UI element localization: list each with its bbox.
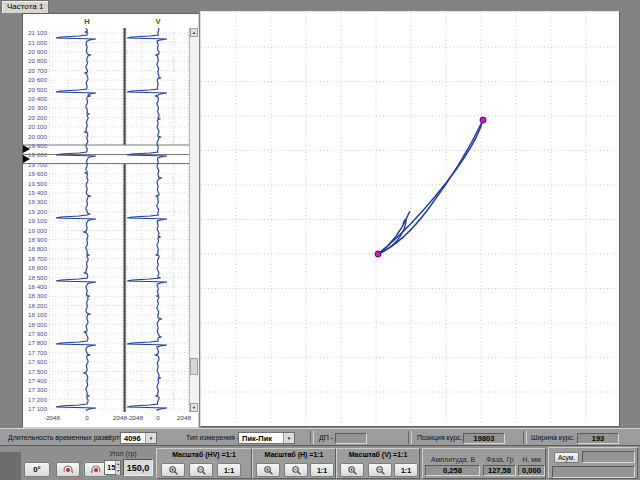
svg-text:19 600: 19 600: [28, 170, 47, 177]
angle-label: Угол (гр): [98, 450, 148, 457]
svg-text:20 000: 20 000: [28, 133, 47, 140]
divider: [310, 431, 314, 444]
svg-text:17 400: 17 400: [28, 377, 47, 384]
svg-text:20 600: 20 600: [28, 76, 47, 83]
strip-scrollbar[interactable]: ▲ ▼: [189, 28, 199, 412]
amplitude-label: Амплитуда, В: [425, 456, 481, 463]
svg-text:21 000: 21 000: [28, 39, 47, 46]
corner-panel: [0, 452, 21, 480]
zoom-out-hv-button[interactable]: [189, 463, 213, 477]
dp-field[interactable]: [335, 433, 367, 444]
angle-step-spinner[interactable]: 15 ▲ ▼: [104, 460, 121, 475]
cursor-top-handle-icon[interactable]: [23, 145, 30, 153]
svg-text:18 100: 18 100: [28, 311, 47, 318]
tab-frequency-1[interactable]: Частота 1: [1, 0, 49, 13]
svg-text:V: V: [155, 17, 160, 26]
chevron-down-icon[interactable]: ▼: [283, 433, 294, 443]
magnifier-minus-icon: [375, 465, 386, 476]
svg-text:19 300: 19 300: [28, 198, 47, 205]
scale-v-title: Масштаб (V) =1:1: [337, 451, 419, 458]
h-mm-field: 0,000: [518, 465, 545, 476]
asym-button[interactable]: Асум.: [554, 452, 579, 463]
xy-plot-chart: [201, 12, 617, 424]
divider: [523, 431, 527, 444]
svg-text:18 000: 18 000: [28, 321, 47, 328]
toolbar: 0° Угол (гр) 15 ▲ ▼ 150,0: [0, 446, 640, 480]
svg-text:17 100: 17 100: [28, 405, 47, 412]
zoom-in-h-button[interactable]: [256, 463, 280, 477]
duration-label: Длительность временных развёрток -: [8, 434, 130, 441]
measure-type-combo[interactable]: Пик-Пик ▼: [238, 432, 295, 444]
magnifier-plus-icon: [347, 465, 358, 476]
cursor-width-field[interactable]: 193: [577, 433, 619, 444]
svg-text:17 200: 17 200: [28, 396, 47, 403]
svg-text:17 900: 17 900: [28, 330, 47, 337]
svg-text:18 900: 18 900: [28, 236, 47, 243]
svg-text:19 200: 19 200: [28, 208, 47, 215]
duration-combo[interactable]: 4096 ▼: [120, 432, 157, 444]
timebase-strip-chart: 21 10021 00020 90020 80020 70020 60020 5…: [23, 14, 198, 427]
xy-plot-panel[interactable]: [200, 11, 620, 427]
svg-text:H: H: [84, 17, 89, 26]
phase-label: Фаза, Гр: [483, 456, 517, 463]
svg-text:18 700: 18 700: [28, 255, 47, 262]
asym-field-1: [582, 451, 635, 463]
svg-text:18 200: 18 200: [28, 302, 47, 309]
svg-text:-2048: -2048: [127, 414, 143, 421]
svg-text:19 000: 19 000: [28, 227, 47, 234]
cursor-position-label: Позиция курс. -: [417, 434, 467, 441]
svg-text:17 300: 17 300: [28, 386, 47, 393]
chevron-down-icon[interactable]: ▼: [145, 433, 156, 443]
scale-hv-1to1-button[interactable]: 1:1: [217, 463, 241, 477]
scale-h-1to1-button[interactable]: 1:1: [310, 463, 334, 477]
zero-angle-button[interactable]: 0°: [24, 462, 50, 477]
svg-text:20 100: 20 100: [28, 123, 47, 130]
scale-v-1to1-button[interactable]: 1:1: [394, 463, 418, 477]
readouts-group: Амплитуда, В Фаза, Гр Н, мм 0,258 127,58…: [422, 448, 546, 479]
svg-text:20 700: 20 700: [28, 67, 47, 74]
svg-text:20 300: 20 300: [28, 104, 47, 111]
svg-text:19 700: 19 700: [28, 161, 47, 168]
scale-h-group: Масштаб (H) =1:1 1:1: [252, 448, 336, 479]
svg-text:18 400: 18 400: [28, 283, 47, 290]
cursor-width-label: Ширина курс. -: [531, 434, 579, 441]
dp-label: ДП -: [319, 434, 333, 441]
cursor-bottom-handle-icon[interactable]: [23, 155, 30, 163]
magnifier-plus-icon: [263, 465, 274, 476]
svg-text:20 200: 20 200: [28, 114, 47, 121]
svg-text:17 800: 17 800: [28, 339, 47, 346]
zoom-out-v-button[interactable]: [368, 463, 392, 477]
spinner-up-icon[interactable]: ▲: [116, 461, 120, 468]
divider: [408, 431, 412, 444]
angle-step-value: 15: [105, 461, 115, 474]
app-window: Частота 1 21 10021 00020 90020 80020 700…: [0, 0, 640, 480]
zoom-out-h-button[interactable]: [284, 463, 308, 477]
cursor-position-field[interactable]: 19803: [463, 433, 505, 444]
svg-text:19 400: 19 400: [28, 189, 47, 196]
rotate-cw-icon: [62, 464, 74, 476]
zoom-in-hv-button[interactable]: [161, 463, 185, 477]
scrollbar-thumb[interactable]: [190, 358, 198, 375]
zoom-in-v-button[interactable]: [340, 463, 364, 477]
asym-group: Асум.: [548, 447, 638, 479]
svg-text:0: 0: [156, 414, 160, 421]
rotate-cw-button[interactable]: [56, 462, 80, 477]
svg-text:20 500: 20 500: [28, 86, 47, 93]
asym-field-2: [552, 466, 635, 478]
timebase-panel: 21 10021 00020 90020 80020 70020 60020 5…: [22, 13, 199, 428]
svg-text:2048: 2048: [177, 414, 191, 421]
svg-text:17 500: 17 500: [28, 368, 47, 375]
svg-text:18 800: 18 800: [28, 245, 47, 252]
h-mm-label: Н, мм: [518, 456, 545, 463]
scroll-up-icon[interactable]: ▲: [190, 28, 198, 37]
svg-text:-2048: -2048: [44, 414, 60, 421]
svg-text:18 500: 18 500: [28, 274, 47, 281]
svg-text:0: 0: [85, 414, 89, 421]
svg-text:19 100: 19 100: [28, 217, 47, 224]
scroll-down-icon[interactable]: ▼: [190, 403, 198, 412]
svg-text:2048: 2048: [113, 414, 127, 421]
settings-bar: Длительность временных развёрток - 4096 …: [0, 428, 640, 446]
magnifier-plus-icon: [168, 465, 179, 476]
spinner-down-icon[interactable]: ▼: [116, 468, 120, 475]
measure-type-label: Тип измерения -: [186, 434, 239, 441]
